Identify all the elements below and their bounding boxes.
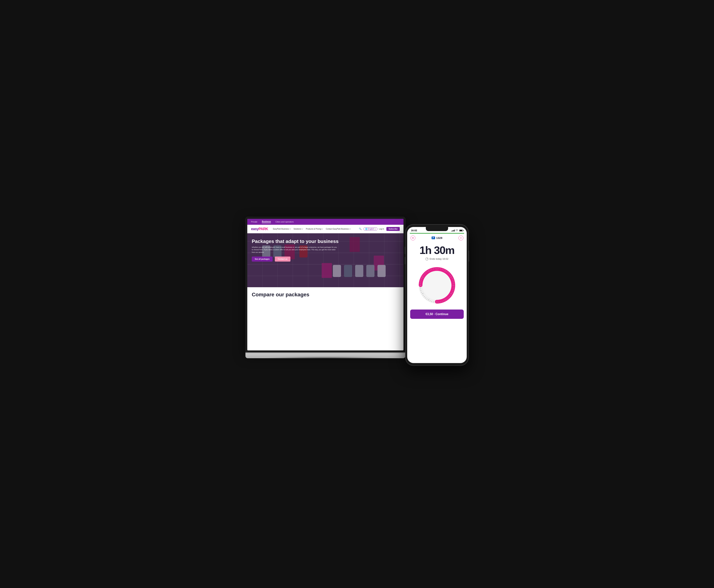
chevron-down-icon [289, 228, 291, 229]
info-button[interactable]: i [459, 235, 463, 240]
compare-title: Compare our packages [252, 292, 399, 298]
phone-screen: 16:02 [407, 227, 467, 363]
phone-side-button-vol-down [405, 257, 405, 264]
nav-products-pricing[interactable]: Products & Pricing [304, 228, 324, 230]
phone-body: 16:02 [405, 224, 468, 366]
search-icon[interactable]: 🔍 [358, 228, 363, 230]
battery-icon [459, 230, 463, 231]
continue-button[interactable]: €3,50 · Continue [410, 310, 464, 319]
nav-contact[interactable]: Contact EasyPark Business [324, 228, 352, 230]
language-selector[interactable]: 🌐 English [363, 227, 377, 231]
compare-section: Compare our packages [247, 287, 403, 302]
laptop: Private Business Cities and operators ea… [246, 217, 405, 358]
phone-side-button-vol-up [405, 247, 405, 254]
svg-line-4 [439, 268, 439, 269]
contact-us-button[interactable]: Contact us [275, 256, 290, 261]
hero-section: Packages that adapt to your business Whe… [247, 233, 403, 287]
laptop-shadow [261, 356, 390, 360]
close-button[interactable]: ✕ [411, 235, 415, 240]
laptop-logo: easyPARK [251, 227, 268, 231]
wifi-icon [456, 229, 458, 232]
phone-notch [426, 227, 448, 231]
svg-line-17 [453, 284, 455, 284]
logo-easy: easy [251, 227, 259, 231]
circular-timer [407, 262, 467, 310]
signal-bars-icon [451, 230, 455, 231]
nav-easypark-business[interactable]: EasyPark Business [271, 228, 292, 230]
chevron-down-icon [349, 228, 351, 229]
scene: Private Business Cities and operators ea… [246, 206, 468, 382]
app-header: ✕ P 1328 i [407, 234, 467, 242]
hero-subtitle: Whether you are self-employed, have a sm… [252, 246, 337, 254]
phone-side-button-power [468, 250, 469, 261]
clock-icon [425, 257, 428, 260]
timer-end-time: Ends today 16:02 [411, 257, 463, 260]
svg-line-19 [453, 287, 455, 287]
logo-park: PARK [259, 227, 268, 231]
chevron-down-icon [375, 228, 376, 229]
nav-solutions[interactable]: Solutions [292, 228, 304, 230]
chevron-down-icon [321, 228, 323, 229]
laptop-main-nav: easyPARK EasyPark Business Solutions Pro… [247, 225, 403, 233]
hero-title: Packages that adapt to your business [252, 238, 340, 244]
svg-line-32 [439, 301, 439, 303]
parking-id: P 1328 [432, 236, 442, 239]
laptop-top-nav: Private Business Cities and operators [247, 219, 403, 225]
phone: 16:02 [405, 224, 468, 366]
laptop-screen: Private Business Cities and operators ea… [247, 219, 403, 351]
status-time: 16:02 [411, 229, 417, 232]
parking-badge: P [432, 236, 435, 239]
top-nav-cities[interactable]: Cities and operators [275, 220, 294, 223]
circular-timer-svg [417, 265, 457, 306]
parking-number: 1328 [436, 236, 442, 239]
timer-display: 1h 30m Ends today 16:02 [407, 242, 467, 262]
svg-line-47 [420, 287, 421, 287]
globe-icon: 🌐 [365, 228, 368, 230]
top-nav-private[interactable]: Private [251, 220, 257, 223]
subscribe-button[interactable]: Subscribe [386, 227, 400, 231]
login-button[interactable]: Log In [377, 228, 386, 230]
hero-buttons: See all packages Contact us [252, 256, 399, 261]
top-nav-business[interactable]: Business [262, 220, 271, 223]
timer-value: 1h 30m [411, 245, 463, 256]
chevron-down-icon [301, 228, 303, 229]
status-icons [451, 229, 463, 232]
hero-content: Packages that adapt to your business Whe… [247, 233, 403, 287]
svg-line-49 [420, 284, 421, 284]
laptop-screen-outer: Private Business Cities and operators ea… [246, 217, 405, 352]
see-all-packages-button[interactable]: See all packages [252, 256, 273, 261]
